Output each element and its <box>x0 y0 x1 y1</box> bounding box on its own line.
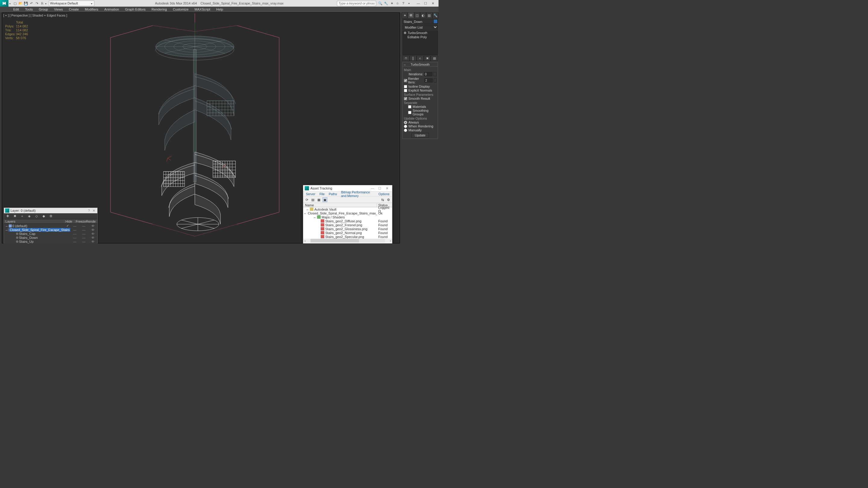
select-layer-objects-icon[interactable]: ◈ <box>27 214 32 219</box>
col-name[interactable]: Name <box>303 203 377 207</box>
layer-close-button[interactable]: ✕ <box>91 209 96 213</box>
search-go-icon[interactable]: 🔍 <box>378 1 383 6</box>
help-icon[interactable]: ? <box>401 1 406 6</box>
asset-close-button[interactable]: ✕ <box>383 187 391 190</box>
hide-cell[interactable]: — <box>70 228 79 232</box>
menu-maxscript[interactable]: MAXScript <box>192 7 213 12</box>
col-render[interactable]: Rende <box>85 220 95 223</box>
favorite-icon[interactable]: ☆ <box>395 1 400 6</box>
qat-chevron-icon[interactable] <box>45 1 46 5</box>
asset-minimize-button[interactable]: — <box>369 187 376 190</box>
rollout-header[interactable]: TurboSmooth <box>403 62 438 67</box>
menu-edit[interactable]: Edit <box>10 7 22 12</box>
asset-menu-paths[interactable]: Paths <box>327 192 339 196</box>
asset-tree-row[interactable]: –Maps / Shaders <box>303 215 392 219</box>
asset-menu-options[interactable]: Options <box>376 192 392 196</box>
expand-toggle[interactable]: – <box>304 212 306 215</box>
menu-tools[interactable]: Tools <box>22 7 36 12</box>
search-input[interactable] <box>337 1 376 6</box>
render-cell[interactable]: 👁 <box>88 228 97 232</box>
render-cell[interactable]: 👁 <box>88 232 97 235</box>
hide-layer-icon[interactable]: ◆ <box>41 214 46 219</box>
layer-help-button[interactable]: ? <box>87 209 91 213</box>
minimize-button[interactable]: — <box>416 1 421 5</box>
asset-tree-row[interactable]: Stairs_geo2_Specular.pngFound <box>303 235 392 238</box>
asset-h-scrollbar[interactable]: ‹› <box>303 238 392 243</box>
expand-toggle[interactable]: – <box>313 216 316 219</box>
asset-tree-row[interactable]: Stairs_geo2_Glossiness.pngFound <box>303 227 392 231</box>
new-layer-icon[interactable]: ✚ <box>5 214 10 219</box>
update-when-rendering-radio[interactable] <box>404 125 407 128</box>
col-layers[interactable]: Layers <box>4 220 64 223</box>
open-icon[interactable]: 📂 <box>18 1 23 6</box>
render-cell[interactable]: 👁 <box>88 236 97 239</box>
layer-props-icon[interactable]: ⚙ <box>49 214 53 219</box>
expand-toggle[interactable]: – <box>306 207 309 211</box>
object-name-field[interactable] <box>402 19 438 24</box>
tab-create-icon[interactable]: ✦ <box>402 12 408 19</box>
refresh-icon[interactable]: ⟳ <box>304 197 309 202</box>
close-button[interactable]: ✕ <box>431 1 435 5</box>
layer-manager-dialog[interactable]: Layer: 0 (default) ? ✕ ✚ ✖ ＋ ◈ ◇ ◆ ⚙ Lay… <box>4 207 98 247</box>
explicit-normals-checkbox[interactable] <box>404 89 407 92</box>
app-menu-button[interactable] <box>0 0 8 7</box>
pin-stack-icon[interactable]: ⊓ <box>402 56 410 61</box>
subscription-icon[interactable]: 🔧 <box>384 1 389 6</box>
new-icon[interactable]: ▢ <box>13 1 18 6</box>
make-unique-icon[interactable]: ⎌ <box>416 56 424 61</box>
tab-display-icon[interactable]: ▥ <box>426 12 432 19</box>
maximize-button[interactable]: ☐ <box>424 1 428 5</box>
col-freeze[interactable]: Freeze <box>74 220 85 223</box>
asset-menu-server[interactable]: Server <box>304 192 317 196</box>
layer-tree-row[interactable]: Stairs_Up——👁 <box>4 239 97 243</box>
hide-cell[interactable]: — <box>70 240 79 243</box>
menu-group[interactable]: Group <box>36 7 51 12</box>
render-iters-spinner[interactable] <box>424 78 433 83</box>
tab-modify-icon[interactable]: 🛠 <box>408 12 414 19</box>
layer-tree-row[interactable]: Stairs_Down——👁 <box>4 235 97 239</box>
spinner-buttons[interactable] <box>434 78 436 83</box>
smooth-result-checkbox[interactable] <box>404 97 407 100</box>
menu-create[interactable]: Create <box>66 7 82 12</box>
asset-settings-icon[interactable]: ⚙ <box>386 197 391 202</box>
asset-tree-row[interactable]: Stairs_geo2_Fresnel.pngFound <box>303 223 392 227</box>
col-hide[interactable]: Hide <box>64 220 74 223</box>
delete-layer-icon[interactable]: ✖ <box>12 214 17 219</box>
asset-tree-row[interactable]: –Autodesk VaultLogged O <box>303 207 392 211</box>
tab-hierarchy-icon[interactable]: ◫ <box>414 12 420 19</box>
asset-sync-icon[interactable]: ⇆ <box>380 197 385 202</box>
asset-maximize-button[interactable]: ☐ <box>376 187 383 190</box>
asset-tracking-dialog[interactable]: Asset Tracking — ☐ ✕ Server File Paths B… <box>303 185 393 247</box>
render-iters-checkbox[interactable] <box>404 79 407 82</box>
layer-tree-row[interactable]: Stairs_Cap——👁 <box>4 232 97 235</box>
sep-materials-checkbox[interactable] <box>408 105 411 108</box>
render-cell[interactable]: 👁 <box>88 224 97 228</box>
freeze-cell[interactable]: — <box>79 236 88 239</box>
sep-smoothing-groups-checkbox[interactable] <box>408 111 411 114</box>
asset-menu-file[interactable]: File <box>317 192 327 196</box>
link-icon[interactable]: ⎘ <box>40 1 44 6</box>
update-always-radio[interactable] <box>404 121 407 124</box>
tab-utilities-icon[interactable]: 🔧 <box>433 12 438 19</box>
highlight-layer-icon[interactable]: ◇ <box>34 214 39 219</box>
hide-cell[interactable]: — <box>70 224 79 228</box>
menu-views[interactable]: Views <box>51 7 66 12</box>
spinner-buttons[interactable] <box>433 72 436 76</box>
redo-icon[interactable]: ↷ <box>34 1 39 6</box>
show-end-result-icon[interactable]: ║ <box>410 56 417 61</box>
layer-tree-row[interactable]: –Closed_Side_Spiral_Fire_Escape_Stairs——… <box>4 228 97 232</box>
iterations-spinner[interactable] <box>424 72 433 76</box>
render-cell[interactable]: 👁 <box>88 240 97 243</box>
undo-icon[interactable]: ↶ <box>29 1 34 6</box>
layer-tree-row[interactable]: –0 (default)✓——👁 <box>4 224 97 228</box>
help-chevron-icon[interactable] <box>407 1 411 6</box>
update-manually-radio[interactable] <box>404 129 407 132</box>
freeze-cell[interactable]: — <box>79 240 88 243</box>
object-color-swatch[interactable] <box>433 19 438 24</box>
menu-modifiers[interactable]: Modifiers <box>82 7 101 12</box>
hide-cell[interactable]: — <box>70 232 79 235</box>
layer-dialog-titlebar[interactable]: Layer: 0 (default) ? ✕ <box>4 208 97 213</box>
menu-customize[interactable]: Customize <box>170 7 192 12</box>
freeze-cell[interactable]: — <box>79 224 88 228</box>
hide-cell[interactable]: — <box>70 236 79 239</box>
